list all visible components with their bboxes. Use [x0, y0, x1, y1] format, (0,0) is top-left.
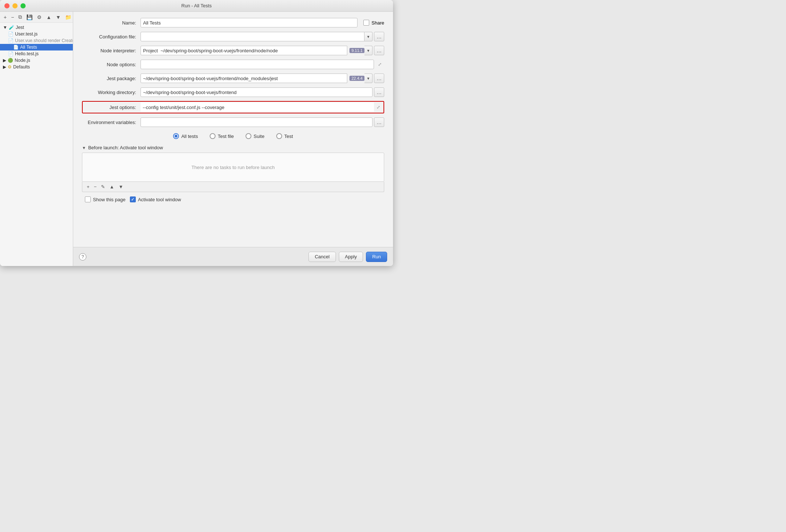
- sidebar-item-jest[interactable]: ▼ 🧪 Jest: [0, 24, 73, 31]
- launch-add-button[interactable]: +: [85, 183, 91, 190]
- sidebar-item-all-tests[interactable]: 📄 All Tests: [0, 44, 73, 50]
- before-launch-title: Before launch: Activate tool window: [88, 145, 163, 150]
- jest-package-input[interactable]: [141, 74, 347, 83]
- file-icon: 📄: [8, 51, 14, 56]
- radio-all-tests-circle[interactable]: [173, 133, 179, 139]
- before-launch-section: ▼ Before launch: Activate tool window Th…: [82, 145, 384, 192]
- launch-toolbar: + − ✎ ▲ ▼: [82, 182, 384, 192]
- add-config-button[interactable]: +: [2, 14, 8, 21]
- config-row: Configuration file: ▼ …: [82, 31, 384, 42]
- settings-button[interactable]: ⚙: [35, 14, 43, 21]
- working-dir-label: Working directory:: [82, 90, 141, 95]
- launch-empty-message: There are no tasks to run before launch: [191, 165, 275, 170]
- jest-package-input-group: 22.4.4 ▼ …: [141, 74, 384, 83]
- config-label: Configuration file:: [82, 34, 141, 40]
- interpreter-label: Node interpreter:: [82, 48, 141, 53]
- bottom-left: ?: [79, 253, 86, 261]
- before-launch-header[interactable]: ▼ Before launch: Activate tool window: [82, 145, 384, 150]
- minimize-button[interactable]: [12, 3, 18, 8]
- node-options-input[interactable]: [141, 60, 374, 69]
- sidebar-item-user-vue[interactable]: 📄 User.vue.should render Create User But…: [0, 37, 73, 44]
- remove-config-button[interactable]: −: [10, 14, 15, 21]
- radio-all-tests[interactable]: All tests: [173, 133, 198, 139]
- interpreter-dropdown-button[interactable]: ▼: [364, 46, 373, 55]
- interpreter-input-group: 9.11.1 ▼ …: [141, 46, 384, 55]
- folder-button[interactable]: 📁: [64, 14, 73, 21]
- show-page-checkbox[interactable]: [85, 196, 91, 202]
- activate-tool-label: Activate tool window: [138, 197, 181, 202]
- arrow-icon: ▼: [3, 25, 7, 30]
- maximize-button[interactable]: [20, 3, 26, 8]
- sidebar-item-label: User.test.js: [15, 31, 38, 37]
- config-input[interactable]: [141, 32, 364, 41]
- sidebar-item-user-test[interactable]: 📄 User.test.js: [0, 31, 73, 37]
- titlebar: Run - All Tests: [0, 0, 393, 12]
- move-up-button[interactable]: ▲: [45, 14, 53, 21]
- radio-test-file-label: Test file: [218, 134, 234, 139]
- node-options-expand-button[interactable]: ⤢: [375, 60, 384, 69]
- arrow-icon: ▶: [3, 58, 6, 63]
- cancel-button[interactable]: Cancel: [308, 252, 336, 262]
- launch-edit-button[interactable]: ✎: [100, 183, 106, 190]
- name-input[interactable]: [141, 18, 358, 27]
- before-launch-toggle-icon[interactable]: ▼: [82, 146, 86, 150]
- radio-test-circle[interactable]: [276, 133, 282, 139]
- radio-suite-circle[interactable]: [246, 133, 251, 139]
- share-checkbox-group[interactable]: Share: [363, 20, 384, 26]
- jest-options-input[interactable]: [141, 102, 374, 112]
- show-page-label: Show this page: [93, 197, 126, 202]
- sidebar-item-label: Node.js: [15, 58, 30, 63]
- run-button[interactable]: Run: [366, 252, 387, 262]
- bottom-bar: ? Cancel Apply Run: [73, 247, 393, 266]
- config-browse-button[interactable]: …: [374, 32, 384, 41]
- window-controls[interactable]: [4, 3, 26, 8]
- radio-test-file[interactable]: Test file: [210, 133, 234, 139]
- radio-test-file-circle[interactable]: [210, 133, 216, 139]
- arrow-icon: ▶: [3, 64, 6, 70]
- config-dropdown-button[interactable]: ▼: [364, 32, 373, 41]
- jest-options-expand-button[interactable]: ⤢: [374, 103, 383, 112]
- jest-package-row: Jest package: 22.4.4 ▼ …: [82, 73, 384, 83]
- close-button[interactable]: [4, 3, 10, 8]
- copy-config-button[interactable]: ⧉: [17, 13, 23, 21]
- form-area: Name: Share Configuration file: ▼: [73, 12, 393, 247]
- window-title: Run - All Tests: [181, 3, 212, 8]
- activate-tool-checkbox-item[interactable]: Activate tool window: [130, 196, 181, 202]
- sidebar-item-label: All Tests: [20, 45, 37, 50]
- radio-suite[interactable]: Suite: [246, 133, 265, 139]
- name-label: Name:: [82, 20, 141, 26]
- node-options-input-group: ⤢: [141, 60, 384, 69]
- jest-package-browse-button[interactable]: …: [374, 74, 384, 83]
- working-dir-browse-button[interactable]: …: [374, 87, 384, 97]
- apply-button[interactable]: Apply: [339, 252, 363, 262]
- save-config-button[interactable]: 💾: [25, 14, 34, 21]
- jest-package-label: Jest package:: [82, 76, 141, 81]
- file-icon: 📄: [8, 38, 14, 43]
- sidebar-toolbar: + − ⧉ 💾 ⚙ ▲ ▼ 📁 ↕: [0, 12, 73, 23]
- move-down-button[interactable]: ▼: [54, 14, 62, 21]
- interpreter-browse-button[interactable]: …: [374, 46, 384, 55]
- jest-package-dropdown-button[interactable]: ▼: [364, 74, 373, 83]
- share-checkbox[interactable]: [363, 20, 369, 26]
- jest-icon: 🧪: [9, 25, 14, 30]
- sidebar-item-nodejs[interactable]: ▶ 🟢 Node.js: [0, 57, 73, 64]
- help-button[interactable]: ?: [79, 253, 86, 261]
- launch-down-button[interactable]: ▼: [117, 183, 125, 190]
- launch-tasks-box: There are no tasks to run before launch: [82, 153, 384, 182]
- sidebar-item-defaults[interactable]: ▶ ⚙ Defaults: [0, 64, 73, 70]
- env-vars-browse-button[interactable]: …: [374, 117, 384, 127]
- launch-up-button[interactable]: ▲: [108, 183, 116, 190]
- interpreter-row: Node interpreter: 9.11.1 ▼ …: [82, 45, 384, 56]
- show-page-checkbox-item[interactable]: Show this page: [85, 196, 126, 202]
- sidebar-item-hello-test[interactable]: 📄 Hello.test.js: [0, 50, 73, 57]
- working-dir-input-group: …: [141, 87, 384, 97]
- launch-remove-button[interactable]: −: [93, 183, 98, 190]
- activate-tool-checkbox[interactable]: [130, 196, 136, 202]
- working-dir-input[interactable]: [141, 87, 373, 97]
- env-vars-input[interactable]: [141, 117, 373, 127]
- right-panel: Name: Share Configuration file: ▼: [73, 12, 393, 266]
- radio-test-label: Test: [284, 134, 293, 139]
- sidebar-item-label: User.vue.should render Create User Butt…: [15, 38, 73, 43]
- interpreter-input[interactable]: [141, 46, 347, 55]
- radio-test[interactable]: Test: [276, 133, 293, 139]
